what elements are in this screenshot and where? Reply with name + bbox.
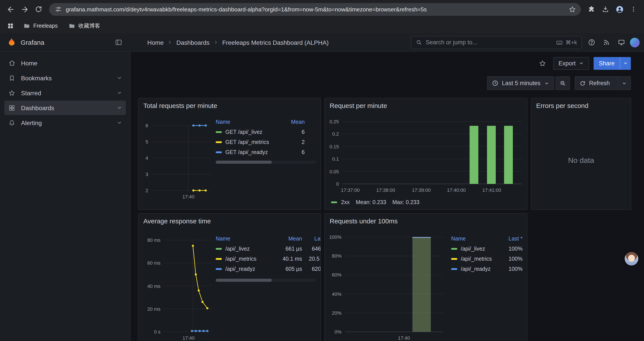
panel-average-response-time: Average response time NameMeanLast */api…	[138, 213, 321, 341]
search-icon	[416, 39, 422, 46]
reload-icon[interactable]	[32, 3, 45, 15]
chevron-down-icon[interactable]	[116, 120, 122, 126]
total-requests-chart[interactable]	[152, 126, 210, 190]
menu-kebab-icon[interactable]	[627, 3, 640, 15]
legend-row[interactable]: GET /api/_livez6	[216, 127, 305, 137]
bookmark-star-icon[interactable]	[567, 4, 577, 15]
time-range-picker[interactable]: Last 5 minutes	[487, 76, 554, 90]
sidebar-item-dashboards[interactable]: Dashboards	[4, 101, 126, 115]
chevron-down-icon	[579, 61, 584, 66]
extensions-icon[interactable]	[585, 3, 598, 15]
floating-assistant-avatar[interactable]	[625, 252, 638, 265]
series-value: 2	[280, 139, 305, 145]
series-value: 646 µs	[302, 245, 321, 252]
folder-icon	[68, 22, 75, 30]
zoom-out-button[interactable]	[555, 76, 570, 90]
bell-icon	[8, 119, 16, 126]
breadcrumb: Home Dashboards Freeleaps Metrics Dashbo…	[147, 39, 411, 46]
grafana-logo[interactable]	[7, 38, 16, 47]
legend-row[interactable]: /api/_metrics40.1 ms20.5 ms	[216, 254, 321, 264]
sidebar-item-alerting[interactable]: Alerting	[4, 115, 126, 130]
export-button[interactable]: Export	[553, 57, 589, 70]
panel-title[interactable]: Average response time	[143, 217, 211, 225]
chevron-down-icon[interactable]	[116, 90, 122, 96]
chevron-down-icon[interactable]	[116, 105, 122, 111]
series-name[interactable]: /api/_livez	[225, 245, 250, 252]
breadcrumb-dashboards[interactable]: Dashboards	[176, 39, 210, 46]
sidebar-item-label: Starred	[21, 89, 111, 96]
series-name[interactable]: GET /api/_livez	[225, 129, 262, 135]
series-name[interactable]: /api/_metrics	[461, 256, 492, 262]
requests-under-100ms-chart[interactable]	[345, 237, 443, 332]
legend-row[interactable]: /api/_livez661 µs646 µs	[216, 244, 321, 254]
address-bar[interactable]: grafana.mathmast.com/d/deytv4rwavabkb/fr…	[49, 3, 581, 16]
series-value: 620 µs	[302, 266, 321, 272]
download-icon[interactable]	[599, 3, 612, 15]
legend-row[interactable]: /api/_readyz100%	[451, 264, 522, 274]
bookmark-item[interactable]: 收藏博客	[65, 21, 103, 31]
panel-grid: Total requests per minute NameMeanGET /a…	[138, 98, 644, 341]
legend-row[interactable]: /api/_metrics100%	[451, 254, 522, 264]
news-icon[interactable]	[600, 36, 612, 49]
tune-icon[interactable]	[55, 6, 62, 13]
panel-title[interactable]: Request per minute	[330, 102, 387, 109]
profile-icon[interactable]	[613, 3, 626, 15]
series-color-chip	[216, 248, 222, 249]
url-text[interactable]: grafana.mathmast.com/d/deytv4rwavabkb/fr…	[66, 6, 563, 13]
scrollbar-thumb[interactable]	[216, 161, 272, 164]
back-icon[interactable]	[4, 3, 17, 15]
series-name[interactable]: GET /api/_readyz	[225, 149, 268, 155]
help-icon[interactable]	[585, 36, 598, 49]
forward-icon[interactable]	[18, 3, 31, 15]
bookmark-item[interactable]: Freeleaps	[20, 21, 61, 31]
share-menu-caret[interactable]	[620, 57, 631, 70]
legend-row[interactable]: GET /api/_readyz6	[216, 147, 305, 157]
sidebar-item-bookmarks[interactable]: Bookmarks	[4, 71, 126, 85]
legend-scrollbar[interactable]	[216, 279, 316, 282]
search-input[interactable]: Search or jump to... ⌘+k	[411, 36, 582, 49]
panel-title[interactable]: Requests under 100ms	[330, 217, 398, 225]
sidebar-item-label: Bookmarks	[21, 74, 111, 81]
series-name[interactable]: GET /api/_metrics	[225, 139, 269, 145]
panel-title[interactable]: Total requests per minute	[143, 102, 217, 109]
requests-per-minute-chart[interactable]	[342, 122, 522, 184]
breadcrumb-home[interactable]: Home	[147, 39, 164, 46]
refresh-button[interactable]: Refresh	[574, 76, 631, 90]
legend-scrollbar[interactable]	[216, 161, 316, 164]
legend-row[interactable]: GET /api/_metrics2	[216, 137, 305, 147]
sidebar-item-label: Alerting	[21, 119, 111, 126]
monitor-icon[interactable]	[615, 36, 627, 49]
legend-row[interactable]: /api/_readyz605 µs620 µs	[216, 264, 321, 274]
series-name[interactable]: /api/_readyz	[461, 266, 490, 272]
share-button[interactable]: Share	[594, 57, 631, 70]
series-name[interactable]: /api/_readyz	[225, 266, 255, 272]
user-avatar[interactable]	[630, 38, 640, 47]
series-name: 2xx	[341, 199, 350, 205]
apps-grid-icon[interactable]	[5, 21, 16, 31]
grafana-brand: Grafana	[0, 36, 131, 49]
series-value: 100%	[500, 256, 522, 262]
x-axis-label: 17:40:00	[439, 187, 474, 193]
series-name[interactable]: /api/_metrics	[225, 256, 256, 262]
sidebar: Home Bookmarks Starred Dashboards	[0, 52, 131, 341]
scrollbar-thumb[interactable]	[216, 279, 272, 282]
chevron-down-icon[interactable]	[116, 75, 122, 81]
series-name[interactable]: /api/_livez	[461, 245, 485, 252]
sidebar-item-starred[interactable]: Starred	[4, 86, 126, 100]
series-color-chip	[451, 268, 457, 270]
x-axis-label: 17:38:00	[368, 187, 403, 193]
bookmarks-bar: Freeleaps 收藏博客	[0, 19, 644, 33]
legend-inline[interactable]: 2xx Mean: 0.233 Max: 0.233	[331, 199, 420, 205]
series-color-chip	[451, 258, 457, 260]
bookmark-label: Freeleaps	[33, 23, 58, 29]
sidebar-item-home[interactable]: Home	[4, 56, 126, 70]
refresh-interval-caret[interactable]	[618, 77, 630, 90]
legend-row[interactable]: /api/_livez100%	[451, 244, 522, 254]
series-value: 661 µs	[278, 245, 302, 252]
y-axis-label: 0	[325, 181, 339, 187]
favorite-star-icon[interactable]	[536, 57, 549, 69]
y-axis-label: 0.15	[325, 144, 339, 150]
series-value: 6	[280, 129, 305, 135]
sidebar-collapse-icon[interactable]	[112, 36, 124, 49]
avg-response-time-chart[interactable]	[164, 240, 212, 332]
